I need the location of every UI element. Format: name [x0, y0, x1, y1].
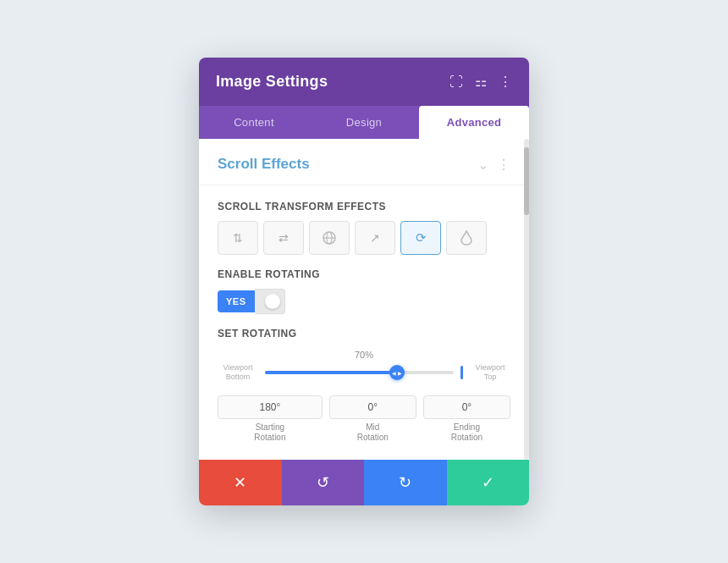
slider-fill [265, 371, 397, 374]
enable-rotating-toggle[interactable]: YES [218, 289, 510, 314]
horizontal-transform-btn[interactable]: ⇄ [263, 221, 304, 255]
tabs-bar: Content Design Advanced [199, 106, 529, 139]
ending-rotation-input[interactable] [423, 395, 510, 419]
tab-content[interactable]: Content [199, 106, 309, 139]
toggle-circle [265, 294, 280, 309]
mid-rotation-input[interactable] [329, 395, 416, 419]
starting-rotation-label: Starting Rotation [254, 422, 285, 443]
slider-thumb[interactable] [389, 365, 405, 380]
toggle-yes-label: YES [218, 290, 255, 312]
viewport-top-label: Viewport Top [470, 363, 510, 382]
toggle-switch[interactable] [255, 289, 285, 314]
starting-rotation-group: Starting Rotation [218, 395, 323, 443]
slider-percent: 70% [218, 350, 510, 360]
scroll-transform-label: Scroll Transform Effects [218, 201, 510, 213]
slider-end-indicator [461, 366, 463, 379]
collapse-icon[interactable]: ⌄ [477, 157, 488, 173]
more-icon[interactable]: ⋮ [499, 74, 512, 90]
reset-icon: ↺ [317, 473, 329, 492]
section-title: Scroll Effects [218, 156, 310, 173]
cancel-icon: ✕ [234, 473, 246, 492]
viewport-bottom-label: Viewport Bottom [218, 363, 258, 382]
modal-title: Image Settings [216, 73, 328, 91]
section-header-controls: ⌄ ⋮ [477, 157, 510, 173]
header-icons: ⛶ ⚏ ⋮ [449, 74, 512, 90]
cancel-button[interactable]: ✕ [199, 460, 282, 505]
rotate-transform-btn[interactable]: ⟳ [400, 221, 441, 255]
save-button[interactable]: ✓ [447, 460, 530, 505]
image-settings-modal: Image Settings ⛶ ⚏ ⋮ Content Design Adva… [199, 58, 529, 505]
fullscreen-icon[interactable]: ⛶ [449, 75, 463, 90]
enable-rotating-field: Enable Rotating YES [218, 268, 510, 314]
scrollbar[interactable] [524, 139, 529, 460]
transform-buttons: ⇅ ⇄ ↗ ⟳ [218, 221, 510, 255]
slider-track[interactable] [265, 371, 454, 374]
mid-rotation-group: Mid Rotation [329, 395, 416, 443]
scrollbar-thumb[interactable] [524, 147, 529, 215]
blur-transform-btn[interactable] [309, 221, 350, 255]
opacity-transform-btn[interactable] [446, 221, 487, 255]
mid-rotation-label: Mid Rotation [357, 422, 389, 443]
redo-button[interactable]: ↻ [364, 460, 447, 505]
modal-footer: ✕ ↺ ↻ ✓ [199, 460, 529, 505]
save-icon: ✓ [482, 473, 494, 492]
vertical-transform-btn[interactable]: ⇅ [218, 221, 258, 255]
starting-rotation-input[interactable] [218, 395, 323, 419]
ending-rotation-label: Ending Rotation [451, 422, 483, 443]
rotation-inputs-row: Starting Rotation Mid Rotation Ending Ro… [218, 395, 510, 443]
redo-icon: ↻ [399, 473, 411, 492]
slider-track-row: Viewport Bottom Viewport Top [218, 363, 510, 382]
ending-rotation-group: Ending Rotation [423, 395, 510, 443]
modal-header: Image Settings ⛶ ⚏ ⋮ [199, 58, 529, 106]
set-rotating-label: Set Rotating [218, 328, 510, 339]
slider-container: 70% Viewport Bottom Viewport Top [218, 350, 510, 387]
layout-icon[interactable]: ⚏ [475, 74, 487, 90]
scroll-effects-section-header: Scroll Effects ⌄ ⋮ [199, 139, 529, 185]
skew-transform-btn[interactable]: ↗ [355, 221, 395, 255]
modal-body: Scroll Effects ⌄ ⋮ Scroll Transform Effe… [199, 139, 529, 460]
tab-advanced[interactable]: Advanced [419, 106, 529, 139]
reset-button[interactable]: ↺ [282, 460, 365, 505]
section-more-icon[interactable]: ⋮ [497, 157, 510, 173]
enable-rotating-label: Enable Rotating [218, 268, 510, 280]
set-rotating-field: Set Rotating 70% Viewport Bottom Viewpor… [218, 328, 510, 443]
scroll-transform-effects-field: Scroll Transform Effects ⇅ ⇄ ↗ ⟳ [218, 201, 510, 255]
content-area: Scroll Transform Effects ⇅ ⇄ ↗ ⟳ [199, 185, 529, 460]
tab-design[interactable]: Design [309, 106, 419, 139]
